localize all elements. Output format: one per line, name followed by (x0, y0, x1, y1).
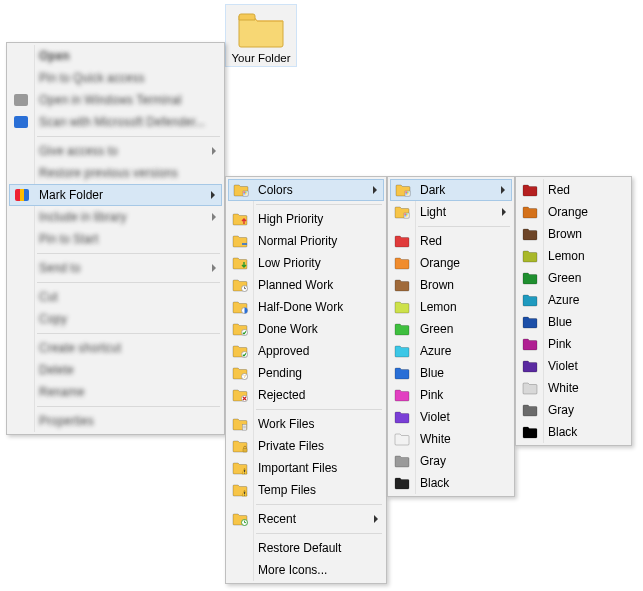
folder-icon (232, 233, 248, 249)
folder-icon (394, 431, 410, 447)
menu-item-create-shortcut[interactable]: Create shortcut (9, 337, 222, 359)
menu-item-half-done-work[interactable]: Half-Done Work (228, 296, 384, 318)
menu-item-label: Violet (548, 359, 578, 373)
menu-item-dark-green[interactable]: Green (518, 267, 629, 289)
svg-rect-17 (243, 449, 247, 453)
menu-item-pending[interactable]: ? Pending (228, 362, 384, 384)
folder-icon (232, 321, 248, 337)
menu-item-include-library[interactable]: Include in library (9, 206, 222, 228)
menu-item-label: Azure (548, 293, 579, 307)
menu-separator (418, 226, 510, 227)
menu-separator (256, 533, 382, 534)
svg-rect-4 (245, 193, 246, 194)
svg-rect-25 (407, 192, 408, 193)
folder-icon (522, 402, 538, 418)
chevron-right-icon (211, 191, 215, 199)
menu-item-color-violet[interactable]: Violet (390, 406, 512, 428)
menu-separator (256, 409, 382, 410)
menu-item-important-files[interactable]: Important Files (228, 457, 384, 479)
folder-icon (395, 182, 411, 198)
menu-item-color-gray[interactable]: Gray (390, 450, 512, 472)
menu-item-recent[interactable]: Recent (228, 508, 384, 530)
menu-item-mark-folder[interactable]: Mark Folder (9, 184, 222, 206)
menu-item-dark-blue[interactable]: Blue (518, 311, 629, 333)
menu-item-pin-quick-access[interactable]: Pin to Quick access (9, 67, 222, 89)
menu-item-dark-pink[interactable]: Pink (518, 333, 629, 355)
menu-item-dark-lemon[interactable]: Lemon (518, 245, 629, 267)
menu-item-work-files[interactable]: Work Files (228, 413, 384, 435)
menu-item-label: Violet (420, 410, 450, 424)
desktop-folder[interactable]: Your Folder (225, 4, 297, 67)
menu-item-normal-priority[interactable]: Normal Priority (228, 230, 384, 252)
menu-item-colors[interactable]: Colors (228, 179, 384, 201)
menu-item-low-priority[interactable]: Low Priority (228, 252, 384, 274)
menu-item-label: Important Files (258, 461, 337, 475)
menu-item-scan-defender[interactable]: Scan with Microsoft Defender... (9, 111, 222, 133)
menu-item-properties[interactable]: Properties (9, 410, 222, 432)
menu-item-color-lemon[interactable]: Lemon (390, 296, 512, 318)
menu-item-dark-red[interactable]: Red (518, 179, 629, 201)
menu-item-open-terminal[interactable]: Open in Windows Terminal (9, 89, 222, 111)
menu-item-dark-orange[interactable]: Orange (518, 201, 629, 223)
menu-item-light[interactable]: Light (390, 201, 512, 223)
svg-rect-27 (407, 193, 408, 194)
menu-item-private-files[interactable]: Private Files (228, 435, 384, 457)
menu-item-label: Temp Files (258, 483, 316, 497)
menu-item-open[interactable]: Open (9, 45, 222, 67)
menu-item-temp-files[interactable]: Temp Files (228, 479, 384, 501)
menu-item-color-black[interactable]: Black (390, 472, 512, 494)
menu-item-label: Black (420, 476, 449, 490)
menu-item-color-pink[interactable]: Pink (390, 384, 512, 406)
menu-item-label: Pink (420, 388, 443, 402)
menu-item-label: Brown (420, 278, 454, 292)
menu-item-label: Black (548, 425, 577, 439)
menu-item-label: White (548, 381, 579, 395)
menu-item-more-icons[interactable]: More Icons... (228, 559, 384, 581)
folder-icon (394, 233, 410, 249)
menu-item-dark-violet[interactable]: Violet (518, 355, 629, 377)
menu-item-color-brown[interactable]: Brown (390, 274, 512, 296)
folder-icon (522, 336, 538, 352)
menu-item-delete[interactable]: Delete (9, 359, 222, 381)
submenu-dark: Red Orange Brown Lemon Green Azure Blue … (515, 176, 632, 446)
menu-item-dark[interactable]: Dark (390, 179, 512, 201)
menu-item-label: Half-Done Work (258, 300, 343, 314)
context-menu-main: Open Pin to Quick access Open in Windows… (6, 42, 225, 435)
svg-rect-30 (406, 214, 407, 215)
svg-rect-26 (406, 193, 407, 194)
menu-item-high-priority[interactable]: High Priority (228, 208, 384, 230)
menu-item-cut[interactable]: Cut (9, 286, 222, 308)
menu-item-send-to[interactable]: Send to (9, 257, 222, 279)
menu-item-dark-gray[interactable]: Gray (518, 399, 629, 421)
chevron-right-icon (212, 147, 216, 155)
menu-item-restore-versions[interactable]: Restore previous versions (9, 162, 222, 184)
menu-item-dark-azure[interactable]: Azure (518, 289, 629, 311)
menu-item-dark-white[interactable]: White (518, 377, 629, 399)
menu-item-color-azure[interactable]: Azure (390, 340, 512, 362)
menu-item-copy[interactable]: Copy (9, 308, 222, 330)
folder-icon (522, 380, 538, 396)
folder-icon (394, 321, 410, 337)
menu-item-label: Approved (258, 344, 309, 358)
menu-item-rejected[interactable]: Rejected (228, 384, 384, 406)
menu-item-label: Rejected (258, 388, 305, 402)
menu-item-restore-default[interactable]: Restore Default (228, 537, 384, 559)
menu-item-label: Dark (420, 183, 445, 197)
menu-item-planned-work[interactable]: Planned Work (228, 274, 384, 296)
menu-item-color-red[interactable]: Red (390, 230, 512, 252)
menu-item-color-green[interactable]: Green (390, 318, 512, 340)
menu-item-color-white[interactable]: White (390, 428, 512, 450)
folder-icon (232, 438, 248, 454)
menu-item-dark-brown[interactable]: Brown (518, 223, 629, 245)
menu-item-approved[interactable]: Approved (228, 340, 384, 362)
chevron-right-icon (374, 515, 378, 523)
menu-item-give-access[interactable]: Give access to (9, 140, 222, 162)
menu-item-color-orange[interactable]: Orange (390, 252, 512, 274)
menu-item-done-work[interactable]: Done Work (228, 318, 384, 340)
menu-item-rename[interactable]: Rename (9, 381, 222, 403)
menu-item-label: Colors (258, 183, 293, 197)
menu-item-color-blue[interactable]: Blue (390, 362, 512, 384)
menu-item-dark-black[interactable]: Black (518, 421, 629, 443)
menu-item-pin-start[interactable]: Pin to Start (9, 228, 222, 250)
menu-item-label: High Priority (258, 212, 323, 226)
